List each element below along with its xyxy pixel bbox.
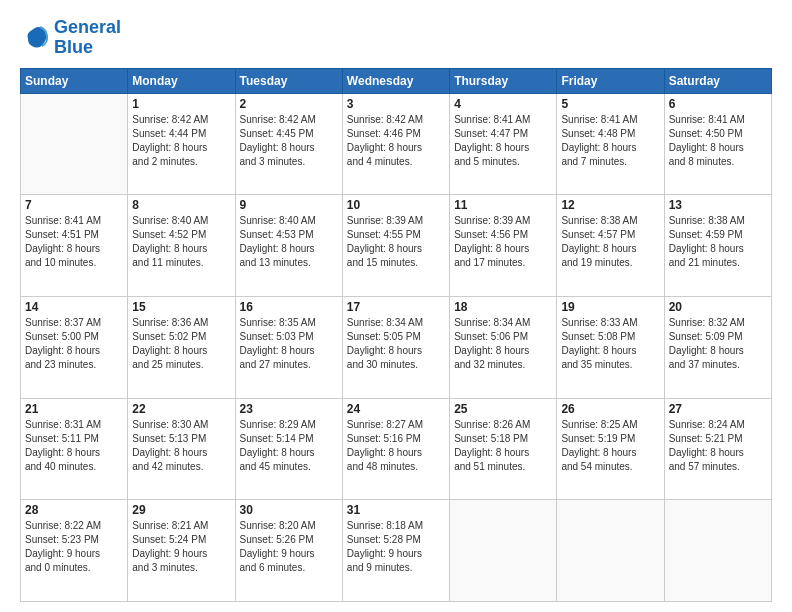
day-info: Sunrise: 8:41 AM Sunset: 4:48 PM Dayligh…: [561, 113, 659, 169]
day-number: 4: [454, 97, 552, 111]
day-cell: 28Sunrise: 8:22 AM Sunset: 5:23 PM Dayli…: [21, 500, 128, 602]
day-number: 19: [561, 300, 659, 314]
day-cell: 13Sunrise: 8:38 AM Sunset: 4:59 PM Dayli…: [664, 195, 771, 297]
day-info: Sunrise: 8:30 AM Sunset: 5:13 PM Dayligh…: [132, 418, 230, 474]
day-number: 30: [240, 503, 338, 517]
day-info: Sunrise: 8:40 AM Sunset: 4:53 PM Dayligh…: [240, 214, 338, 270]
day-info: Sunrise: 8:36 AM Sunset: 5:02 PM Dayligh…: [132, 316, 230, 372]
logo: General Blue: [20, 18, 121, 58]
day-number: 25: [454, 402, 552, 416]
day-number: 12: [561, 198, 659, 212]
day-cell: 31Sunrise: 8:18 AM Sunset: 5:28 PM Dayli…: [342, 500, 449, 602]
logo-icon: [20, 23, 50, 53]
day-info: Sunrise: 8:35 AM Sunset: 5:03 PM Dayligh…: [240, 316, 338, 372]
weekday-saturday: Saturday: [664, 68, 771, 93]
day-number: 13: [669, 198, 767, 212]
weekday-monday: Monday: [128, 68, 235, 93]
day-info: Sunrise: 8:38 AM Sunset: 4:59 PM Dayligh…: [669, 214, 767, 270]
day-number: 3: [347, 97, 445, 111]
calendar-body: 1Sunrise: 8:42 AM Sunset: 4:44 PM Daylig…: [21, 93, 772, 601]
day-cell: 10Sunrise: 8:39 AM Sunset: 4:55 PM Dayli…: [342, 195, 449, 297]
day-cell: 4Sunrise: 8:41 AM Sunset: 4:47 PM Daylig…: [450, 93, 557, 195]
day-cell: 14Sunrise: 8:37 AM Sunset: 5:00 PM Dayli…: [21, 296, 128, 398]
day-cell: 30Sunrise: 8:20 AM Sunset: 5:26 PM Dayli…: [235, 500, 342, 602]
day-info: Sunrise: 8:33 AM Sunset: 5:08 PM Dayligh…: [561, 316, 659, 372]
day-number: 28: [25, 503, 123, 517]
day-info: Sunrise: 8:41 AM Sunset: 4:51 PM Dayligh…: [25, 214, 123, 270]
weekday-wednesday: Wednesday: [342, 68, 449, 93]
day-number: 26: [561, 402, 659, 416]
day-number: 2: [240, 97, 338, 111]
weekday-tuesday: Tuesday: [235, 68, 342, 93]
header: General Blue: [20, 18, 772, 58]
day-cell: 17Sunrise: 8:34 AM Sunset: 5:05 PM Dayli…: [342, 296, 449, 398]
week-row-3: 14Sunrise: 8:37 AM Sunset: 5:00 PM Dayli…: [21, 296, 772, 398]
day-number: 18: [454, 300, 552, 314]
day-cell: [21, 93, 128, 195]
week-row-1: 1Sunrise: 8:42 AM Sunset: 4:44 PM Daylig…: [21, 93, 772, 195]
day-info: Sunrise: 8:42 AM Sunset: 4:45 PM Dayligh…: [240, 113, 338, 169]
day-cell: [450, 500, 557, 602]
day-number: 6: [669, 97, 767, 111]
day-cell: 16Sunrise: 8:35 AM Sunset: 5:03 PM Dayli…: [235, 296, 342, 398]
day-cell: 21Sunrise: 8:31 AM Sunset: 5:11 PM Dayli…: [21, 398, 128, 500]
day-info: Sunrise: 8:24 AM Sunset: 5:21 PM Dayligh…: [669, 418, 767, 474]
day-number: 21: [25, 402, 123, 416]
day-number: 22: [132, 402, 230, 416]
day-number: 17: [347, 300, 445, 314]
day-number: 8: [132, 198, 230, 212]
day-cell: 29Sunrise: 8:21 AM Sunset: 5:24 PM Dayli…: [128, 500, 235, 602]
calendar-header: SundayMondayTuesdayWednesdayThursdayFrid…: [21, 68, 772, 93]
day-info: Sunrise: 8:34 AM Sunset: 5:05 PM Dayligh…: [347, 316, 445, 372]
week-row-5: 28Sunrise: 8:22 AM Sunset: 5:23 PM Dayli…: [21, 500, 772, 602]
day-info: Sunrise: 8:38 AM Sunset: 4:57 PM Dayligh…: [561, 214, 659, 270]
day-info: Sunrise: 8:39 AM Sunset: 4:56 PM Dayligh…: [454, 214, 552, 270]
weekday-friday: Friday: [557, 68, 664, 93]
day-cell: 15Sunrise: 8:36 AM Sunset: 5:02 PM Dayli…: [128, 296, 235, 398]
day-cell: 23Sunrise: 8:29 AM Sunset: 5:14 PM Dayli…: [235, 398, 342, 500]
day-cell: 1Sunrise: 8:42 AM Sunset: 4:44 PM Daylig…: [128, 93, 235, 195]
day-cell: 19Sunrise: 8:33 AM Sunset: 5:08 PM Dayli…: [557, 296, 664, 398]
day-number: 24: [347, 402, 445, 416]
day-info: Sunrise: 8:29 AM Sunset: 5:14 PM Dayligh…: [240, 418, 338, 474]
day-info: Sunrise: 8:40 AM Sunset: 4:52 PM Dayligh…: [132, 214, 230, 270]
day-number: 15: [132, 300, 230, 314]
day-cell: 24Sunrise: 8:27 AM Sunset: 5:16 PM Dayli…: [342, 398, 449, 500]
day-cell: 26Sunrise: 8:25 AM Sunset: 5:19 PM Dayli…: [557, 398, 664, 500]
day-info: Sunrise: 8:41 AM Sunset: 4:50 PM Dayligh…: [669, 113, 767, 169]
weekday-header-row: SundayMondayTuesdayWednesdayThursdayFrid…: [21, 68, 772, 93]
day-info: Sunrise: 8:42 AM Sunset: 4:46 PM Dayligh…: [347, 113, 445, 169]
day-info: Sunrise: 8:27 AM Sunset: 5:16 PM Dayligh…: [347, 418, 445, 474]
day-cell: 2Sunrise: 8:42 AM Sunset: 4:45 PM Daylig…: [235, 93, 342, 195]
day-number: 10: [347, 198, 445, 212]
day-cell: 12Sunrise: 8:38 AM Sunset: 4:57 PM Dayli…: [557, 195, 664, 297]
day-cell: 6Sunrise: 8:41 AM Sunset: 4:50 PM Daylig…: [664, 93, 771, 195]
day-number: 16: [240, 300, 338, 314]
week-row-4: 21Sunrise: 8:31 AM Sunset: 5:11 PM Dayli…: [21, 398, 772, 500]
day-cell: 22Sunrise: 8:30 AM Sunset: 5:13 PM Dayli…: [128, 398, 235, 500]
weekday-sunday: Sunday: [21, 68, 128, 93]
day-number: 7: [25, 198, 123, 212]
day-number: 23: [240, 402, 338, 416]
day-number: 5: [561, 97, 659, 111]
day-cell: 7Sunrise: 8:41 AM Sunset: 4:51 PM Daylig…: [21, 195, 128, 297]
day-number: 27: [669, 402, 767, 416]
day-info: Sunrise: 8:41 AM Sunset: 4:47 PM Dayligh…: [454, 113, 552, 169]
day-cell: 8Sunrise: 8:40 AM Sunset: 4:52 PM Daylig…: [128, 195, 235, 297]
day-cell: 11Sunrise: 8:39 AM Sunset: 4:56 PM Dayli…: [450, 195, 557, 297]
day-number: 31: [347, 503, 445, 517]
day-number: 9: [240, 198, 338, 212]
day-info: Sunrise: 8:18 AM Sunset: 5:28 PM Dayligh…: [347, 519, 445, 575]
day-info: Sunrise: 8:20 AM Sunset: 5:26 PM Dayligh…: [240, 519, 338, 575]
week-row-2: 7Sunrise: 8:41 AM Sunset: 4:51 PM Daylig…: [21, 195, 772, 297]
day-info: Sunrise: 8:26 AM Sunset: 5:18 PM Dayligh…: [454, 418, 552, 474]
day-number: 1: [132, 97, 230, 111]
day-number: 29: [132, 503, 230, 517]
logo-text: General Blue: [54, 18, 121, 58]
day-info: Sunrise: 8:39 AM Sunset: 4:55 PM Dayligh…: [347, 214, 445, 270]
day-cell: 9Sunrise: 8:40 AM Sunset: 4:53 PM Daylig…: [235, 195, 342, 297]
day-number: 11: [454, 198, 552, 212]
day-info: Sunrise: 8:32 AM Sunset: 5:09 PM Dayligh…: [669, 316, 767, 372]
day-cell: [664, 500, 771, 602]
day-info: Sunrise: 8:34 AM Sunset: 5:06 PM Dayligh…: [454, 316, 552, 372]
